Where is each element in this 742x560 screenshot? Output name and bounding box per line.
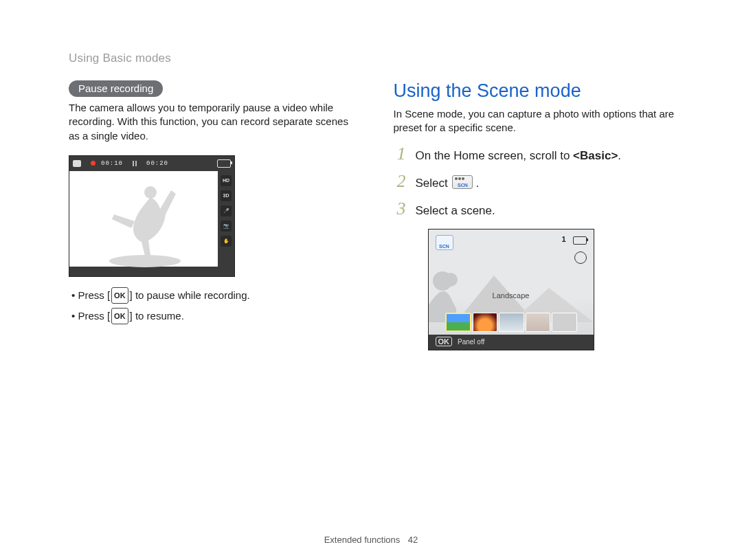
clip-icon xyxy=(73,160,81,167)
rec-topbar: 00:10 00:20 xyxy=(69,156,234,171)
scene-mode-intro: In Scene mode, you can capture a photo w… xyxy=(394,107,684,135)
ok-key-icon: OK xyxy=(111,287,128,304)
scn-mode-icon xyxy=(436,235,453,250)
pause-bars-icon xyxy=(133,161,137,166)
video-recording-screenshot: 00:10 00:20 HD 3D 🎤 📷 ✋ xyxy=(69,155,235,277)
scene-selection-screenshot: 1 Landscape xyxy=(428,229,594,350)
battery-icon xyxy=(573,236,587,245)
running-header: Using Basic modes xyxy=(69,52,684,65)
scene-thumb-landscape[interactable] xyxy=(445,313,471,332)
scn-mode-icon xyxy=(452,175,473,189)
mic-icon: 🎤 xyxy=(221,205,232,216)
battery-icon xyxy=(217,159,231,168)
rec-sidebar: HD 3D 🎤 📷 ✋ xyxy=(218,171,234,267)
scene-thumb-text[interactable] xyxy=(552,313,576,332)
pause-recording-intro: The camera allows you to temporarily pau… xyxy=(69,101,359,143)
skater-silhouette xyxy=(97,180,200,269)
ok-key-icon: OK xyxy=(111,308,128,324)
threed-icon: 3D xyxy=(221,190,232,201)
step-2: 2 Select . xyxy=(394,171,684,192)
bullet-pause: • Press [OK] to pause while recording. xyxy=(71,285,359,306)
svg-point-3 xyxy=(444,273,458,287)
record-dot-icon xyxy=(91,161,95,166)
scene-thumb-portrait[interactable] xyxy=(526,313,550,332)
stabilize-icon: ✋ xyxy=(221,236,232,247)
panel-off-label: Panel off xyxy=(458,338,484,346)
scene-thumb-dawn[interactable] xyxy=(499,313,524,332)
page-footer: Extended functions 42 xyxy=(0,535,742,545)
total-time: 00:20 xyxy=(146,160,168,167)
step-number: 3 xyxy=(394,199,406,219)
scene-thumbnails xyxy=(445,313,577,332)
bullet-resume: • Press [OK] to resume. xyxy=(71,306,359,326)
step-number: 1 xyxy=(394,144,406,164)
ok-key-icon: OK xyxy=(436,337,453,346)
section-name: Extended functions xyxy=(324,535,401,545)
scene-mode-heading: Using the Scene mode xyxy=(394,80,684,102)
elapsed-time: 00:10 xyxy=(101,160,123,167)
camera-icon: 📷 xyxy=(221,221,232,232)
hd-icon: HD xyxy=(221,175,232,186)
scene-screen-footer: OK Panel off xyxy=(429,335,594,350)
scene-name-label: Landscape xyxy=(429,291,594,300)
svg-point-1 xyxy=(144,186,157,199)
step-3: 3 Select a scene. xyxy=(394,199,684,219)
right-column: Using the Scene mode In Scene mode, you … xyxy=(394,80,684,350)
pause-recording-heading: Pause recording xyxy=(69,80,163,97)
scene-thumb-sunset[interactable] xyxy=(473,313,497,332)
step-number: 2 xyxy=(394,171,406,192)
globe-icon xyxy=(574,251,587,264)
step-1: 1 On the Home screen, scroll to <Basic>. xyxy=(394,144,684,164)
left-column: Pause recording The camera allows you to… xyxy=(69,80,359,350)
page-number: 42 xyxy=(408,535,418,545)
shot-count: 1 xyxy=(561,235,565,243)
